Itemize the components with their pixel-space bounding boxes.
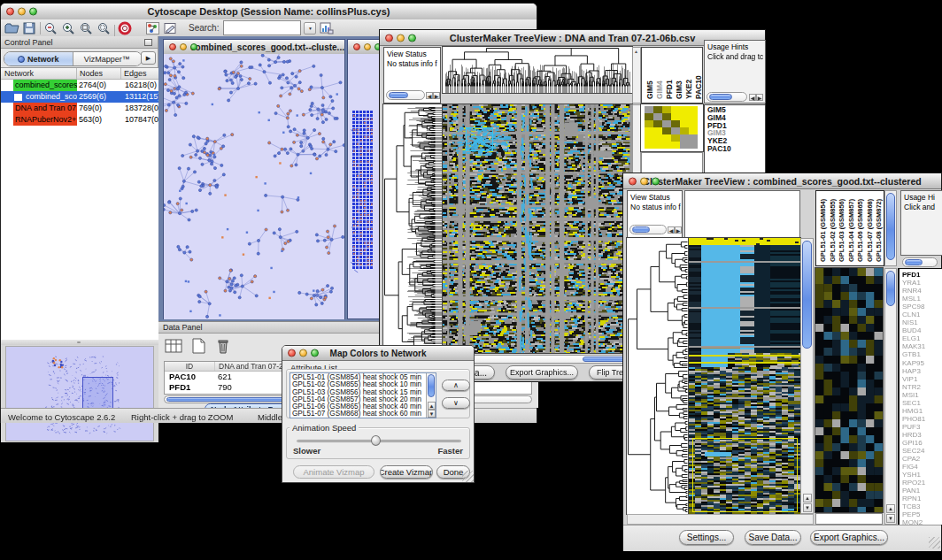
gene-label[interactable]: SEC24	[900, 447, 942, 455]
tv2-row-dendrogram[interactable]	[627, 238, 689, 514]
minimize-button[interactable]	[397, 34, 405, 42]
save-icon[interactable]	[22, 21, 37, 35]
zoom-selected-icon[interactable]	[97, 21, 112, 35]
gene-label[interactable]: PUF3	[900, 423, 942, 431]
tv2-save-data-button[interactable]: Save Data...	[745, 530, 801, 545]
tv2-status-hscroll-thumb[interactable]	[632, 226, 650, 233]
gene-label[interactable]: RNR4	[900, 287, 942, 295]
network-view-2-titlebar[interactable]	[348, 40, 380, 55]
tv1-status-scroll-right[interactable]: ▶	[433, 92, 440, 99]
tv2-column-label[interactable]: GPL51-02 (GSM855)	[827, 191, 837, 262]
tv2-main-scroll-down[interactable]: ▼	[803, 503, 812, 512]
tv2-resize-grip[interactable]	[929, 537, 940, 548]
close-button[interactable]	[169, 43, 176, 50]
zoom-button[interactable]	[190, 43, 197, 50]
close-button[interactable]	[353, 43, 360, 50]
attribute-list-item[interactable]: GPL51-07 (GSM868) heat shock 60 min	[290, 410, 436, 418]
close-button[interactable]	[385, 34, 393, 42]
tv2-status-scroll-left[interactable]: ◀	[668, 226, 675, 234]
tab-overflow-button[interactable]: ▶	[141, 51, 156, 65]
col-header-nodes[interactable]: Nodes	[77, 68, 121, 79]
minimize-button[interactable]	[299, 349, 307, 357]
minimize-button[interactable]	[364, 43, 371, 50]
network-list-row[interactable]: combined_scores 2764(0) 16218(0)	[1, 80, 158, 91]
gene-label[interactable]: HRD3	[900, 431, 942, 439]
zoom-button[interactable]	[408, 34, 416, 42]
tv2-zoom-heatmap[interactable]	[815, 268, 883, 512]
attribute-list-vscroll[interactable]: ▲ ▼	[426, 373, 436, 418]
delete-attribute-trash-icon[interactable]	[213, 337, 233, 355]
tv1-heatmap[interactable]	[443, 104, 632, 353]
gene-label[interactable]: VIP1	[900, 375, 942, 383]
gene-label[interactable]: MSI1	[900, 391, 942, 399]
attribute-listbox[interactable]: GPL51-01 (GSM854) heat shock 05 minGPL51…	[290, 372, 436, 418]
tv1-col-scroll-strip[interactable]: ▲	[632, 47, 641, 104]
gene-label[interactable]: ELG1	[900, 334, 942, 342]
gene-label[interactable]: RPO21	[900, 479, 942, 487]
tv1-column-label[interactable]: GIM4	[653, 48, 663, 99]
tv1-usage-hscroll-thumb[interactable]	[709, 94, 732, 100]
tv1-column-label[interactable]: GIM5	[644, 48, 653, 99]
tv2-gene-vscroll[interactable]: ▲ ▼	[884, 268, 897, 525]
tv2-status-hscroll[interactable]	[629, 225, 667, 234]
tv1-zoom-heatmap[interactable]	[641, 104, 703, 151]
treeview2-titlebar[interactable]: ClusterMaker TreeView : combined_scores_…	[623, 173, 941, 189]
attr-scroll-up[interactable]: ▲	[428, 402, 436, 410]
create-vizmap-button[interactable]: Create Vizmap	[380, 465, 433, 479]
tv2-gene-vscroll-thumb[interactable]	[886, 271, 895, 306]
tv2-status-scroll-right[interactable]: ▶	[675, 226, 682, 234]
minimize-button[interactable]	[640, 177, 648, 185]
tv1-usage-hscroll[interactable]	[706, 92, 747, 102]
tv2-column-label[interactable]: GPL51-04 (GSM857)	[845, 191, 855, 262]
zoom-fit-icon[interactable]	[79, 21, 94, 35]
open-file-icon[interactable]	[4, 21, 19, 35]
tv2-main-scroll-up[interactable]: ▲	[803, 494, 812, 502]
tv1-status-scroll-left[interactable]: ◀	[426, 92, 433, 99]
tv1-column-label[interactable]: PAC10	[692, 48, 702, 99]
gene-label[interactable]: MAK31	[900, 342, 942, 350]
tv1-column-label[interactable]: PFD1	[663, 48, 673, 99]
attribute-table-icon[interactable]	[164, 337, 183, 355]
animation-speed-slider-thumb[interactable]	[371, 435, 381, 446]
tv2-settings-button[interactable]: Settings...	[679, 530, 734, 545]
tv1-column-dendrogram[interactable]	[443, 47, 632, 93]
network-overview-thumbnail[interactable]	[6, 347, 153, 441]
close-button[interactable]	[288, 349, 296, 357]
tv2-column-label[interactable]: GPL51-03 (GSM856)	[836, 191, 845, 262]
attr-scroll-down[interactable]: ▼	[428, 410, 436, 418]
tv1-usage-scroll-right[interactable]: ▶	[756, 94, 763, 101]
tv1-status-hscroll[interactable]	[386, 90, 425, 100]
attr-col-id[interactable]: ID	[165, 362, 215, 371]
new-attribute-icon[interactable]	[189, 337, 208, 355]
network-modify-icon[interactable]	[145, 21, 160, 35]
gene-label[interactable]: HMG1	[900, 407, 942, 415]
tv1-row-dendrogram[interactable]	[383, 104, 442, 353]
move-attribute-down-button[interactable]: ∨	[442, 397, 470, 409]
gene-label[interactable]: NTR2	[900, 383, 942, 391]
gene-label[interactable]: PHO81	[900, 415, 942, 423]
gene-label[interactable]: CLN1	[900, 311, 942, 318]
search-dropdown-button[interactable]: ▼	[304, 22, 316, 35]
help-lifering-icon[interactable]	[118, 21, 133, 35]
close-button[interactable]	[6, 8, 14, 16]
gene-label[interactable]: MSL1	[900, 295, 942, 303]
gene-label[interactable]: GTB1	[900, 350, 942, 358]
tv1-export-graphics-button[interactable]: Export Graphics...	[506, 365, 578, 380]
gene-label[interactable]: TCB3	[900, 502, 942, 510]
tv2-heatmap[interactable]	[689, 238, 800, 514]
attribute-list-vscroll-thumb[interactable]	[428, 374, 435, 397]
tv1-status-hscroll-thumb[interactable]	[389, 92, 408, 98]
tv1-row-label[interactable]: PAC10	[705, 145, 765, 153]
control-panel-tab[interactable]: Network	[4, 52, 73, 65]
gene-label[interactable]: NIS1	[900, 318, 942, 326]
gene-label[interactable]: GPI16	[900, 439, 942, 447]
network-canvas-2[interactable]	[348, 54, 380, 319]
float-panel-icon[interactable]	[144, 39, 152, 46]
gene-label[interactable]: CPA2	[900, 455, 942, 463]
tv2-column-label[interactable]: GPL51-01 (GSM854)	[817, 191, 827, 262]
zoom-out-icon[interactable]	[43, 21, 58, 35]
tv2-gene-scroll-up[interactable]: ▲	[886, 504, 895, 513]
minimize-button[interactable]	[180, 43, 187, 50]
network-canvas[interactable]	[164, 54, 344, 319]
gene-label[interactable]: PAN1	[900, 487, 942, 495]
